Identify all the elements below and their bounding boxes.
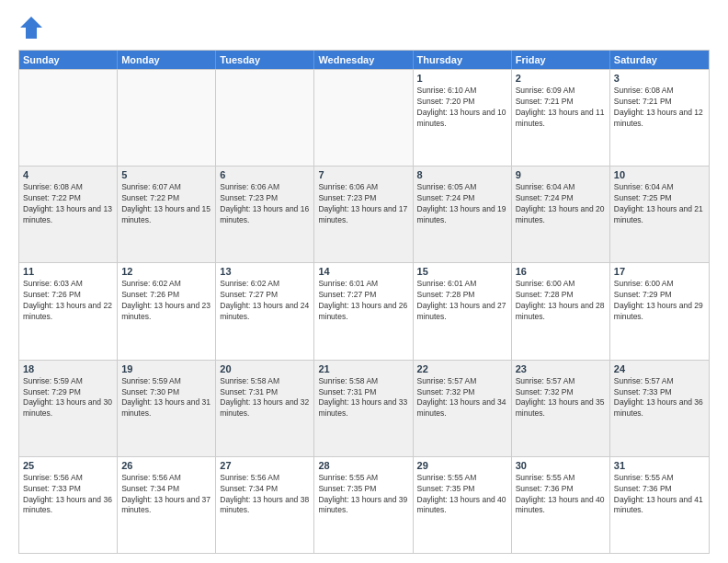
cal-cell: 28Sunrise: 5:55 AMSunset: 7:35 PMDayligh… [314,457,413,553]
cell-text: Sunrise: 5:59 AMSunset: 7:29 PMDaylight:… [23,376,113,420]
header [18,15,710,40]
day-number: 17 [614,266,705,277]
cell-text: Sunrise: 5:55 AMSunset: 7:35 PMDaylight:… [417,473,507,517]
day-number: 18 [23,363,113,374]
cal-cell: 13Sunrise: 6:02 AMSunset: 7:27 PMDayligh… [216,263,314,359]
logo [18,15,48,40]
cal-row-0: 1Sunrise: 6:10 AMSunset: 7:20 PMDaylight… [19,69,709,166]
cell-text: Sunrise: 6:02 AMSunset: 7:26 PMDaylight:… [121,279,211,323]
cal-cell: 18Sunrise: 5:59 AMSunset: 7:29 PMDayligh… [19,361,118,456]
day-number: 25 [23,460,113,471]
day-number: 3 [614,73,705,84]
cal-cell: 23Sunrise: 5:57 AMSunset: 7:32 PMDayligh… [512,361,610,456]
day-number: 6 [220,169,310,180]
cell-text: Sunrise: 6:05 AMSunset: 7:24 PMDaylight:… [417,182,507,226]
day-number: 7 [318,169,408,180]
cell-text: Sunrise: 5:57 AMSunset: 7:32 PMDaylight:… [516,376,606,420]
cell-text: Sunrise: 6:04 AMSunset: 7:25 PMDaylight:… [614,182,705,226]
day-number: 16 [516,266,606,277]
day-number: 4 [23,169,113,180]
day-number: 22 [417,363,507,374]
cal-cell: 25Sunrise: 5:56 AMSunset: 7:33 PMDayligh… [19,457,118,553]
cell-text: Sunrise: 5:56 AMSunset: 7:33 PMDaylight:… [23,473,113,517]
cell-text: Sunrise: 5:55 AMSunset: 7:36 PMDaylight:… [614,473,705,517]
cal-cell: 5Sunrise: 6:07 AMSunset: 7:22 PMDaylight… [118,167,216,262]
calendar: SundayMondayTuesdayWednesdayThursdayFrid… [18,50,710,554]
cell-text: Sunrise: 5:56 AMSunset: 7:34 PMDaylight:… [220,473,310,517]
calendar-header: SundayMondayTuesdayWednesdayThursdayFrid… [19,51,709,69]
day-number: 12 [121,266,211,277]
cell-text: Sunrise: 6:08 AMSunset: 7:21 PMDaylight:… [614,86,705,130]
cal-header-day-tuesday: Tuesday [216,51,314,69]
cal-cell: 22Sunrise: 5:57 AMSunset: 7:32 PMDayligh… [414,361,512,456]
cal-cell: 1Sunrise: 6:10 AMSunset: 7:20 PMDaylight… [414,70,512,166]
cal-cell: 31Sunrise: 5:55 AMSunset: 7:36 PMDayligh… [610,457,709,553]
day-number: 19 [121,363,211,374]
cell-text: Sunrise: 5:55 AMSunset: 7:35 PMDaylight:… [318,473,408,517]
day-number: 2 [516,73,606,84]
cal-cell: 9Sunrise: 6:04 AMSunset: 7:24 PMDaylight… [512,167,610,262]
cell-text: Sunrise: 6:08 AMSunset: 7:22 PMDaylight:… [23,182,113,226]
cal-cell: 7Sunrise: 6:06 AMSunset: 7:23 PMDaylight… [314,167,413,262]
cal-cell: 10Sunrise: 6:04 AMSunset: 7:25 PMDayligh… [610,167,709,262]
cal-cell: 15Sunrise: 6:01 AMSunset: 7:28 PMDayligh… [414,263,512,359]
cal-row-2: 11Sunrise: 6:03 AMSunset: 7:26 PMDayligh… [19,262,709,359]
svg-marker-0 [20,17,42,39]
day-number: 23 [516,363,606,374]
cal-cell: 21Sunrise: 5:58 AMSunset: 7:31 PMDayligh… [314,361,413,456]
cell-text: Sunrise: 6:09 AMSunset: 7:21 PMDaylight:… [516,86,606,130]
cell-text: Sunrise: 6:00 AMSunset: 7:29 PMDaylight:… [614,279,705,323]
cal-cell: 12Sunrise: 6:02 AMSunset: 7:26 PMDayligh… [118,263,216,359]
cal-cell: 24Sunrise: 5:57 AMSunset: 7:33 PMDayligh… [610,361,709,456]
cell-text: Sunrise: 6:06 AMSunset: 7:23 PMDaylight:… [220,182,310,226]
cal-cell: 29Sunrise: 5:55 AMSunset: 7:35 PMDayligh… [414,457,512,553]
cal-cell: 6Sunrise: 6:06 AMSunset: 7:23 PMDaylight… [216,167,314,262]
cal-header-day-sunday: Sunday [19,51,118,69]
cell-text: Sunrise: 5:56 AMSunset: 7:34 PMDaylight:… [121,473,211,517]
cal-cell: 8Sunrise: 6:05 AMSunset: 7:24 PMDaylight… [414,167,512,262]
cal-cell: 14Sunrise: 6:01 AMSunset: 7:27 PMDayligh… [314,263,413,359]
cell-text: Sunrise: 6:03 AMSunset: 7:26 PMDaylight:… [23,279,113,323]
cell-text: Sunrise: 6:10 AMSunset: 7:20 PMDaylight:… [417,86,507,130]
cell-text: Sunrise: 6:07 AMSunset: 7:22 PMDaylight:… [121,182,211,226]
cal-cell: 19Sunrise: 5:59 AMSunset: 7:30 PMDayligh… [118,361,216,456]
cell-text: Sunrise: 6:00 AMSunset: 7:28 PMDaylight:… [516,279,606,323]
calendar-body: 1Sunrise: 6:10 AMSunset: 7:20 PMDaylight… [19,69,709,553]
cell-text: Sunrise: 5:58 AMSunset: 7:31 PMDaylight:… [318,376,408,420]
day-number: 13 [220,266,310,277]
cal-cell: 17Sunrise: 6:00 AMSunset: 7:29 PMDayligh… [610,263,709,359]
cal-cell: 3Sunrise: 6:08 AMSunset: 7:21 PMDaylight… [610,70,709,166]
cal-row-1: 4Sunrise: 6:08 AMSunset: 7:22 PMDaylight… [19,166,709,262]
cal-header-day-wednesday: Wednesday [314,51,413,69]
day-number: 21 [318,363,408,374]
day-number: 24 [614,363,705,374]
day-number: 10 [614,169,705,180]
cal-cell [314,70,413,166]
cal-cell: 27Sunrise: 5:56 AMSunset: 7:34 PMDayligh… [216,457,314,553]
day-number: 8 [417,169,507,180]
cal-cell [118,70,216,166]
cal-header-day-monday: Monday [118,51,216,69]
cal-cell: 30Sunrise: 5:55 AMSunset: 7:36 PMDayligh… [512,457,610,553]
cal-row-3: 18Sunrise: 5:59 AMSunset: 7:29 PMDayligh… [19,360,709,456]
day-number: 30 [516,460,606,471]
cal-header-day-saturday: Saturday [610,51,709,69]
day-number: 11 [23,266,113,277]
day-number: 5 [121,169,211,180]
cal-cell: 4Sunrise: 6:08 AMSunset: 7:22 PMDaylight… [19,167,118,262]
day-number: 27 [220,460,310,471]
cal-row-4: 25Sunrise: 5:56 AMSunset: 7:33 PMDayligh… [19,456,709,553]
cell-text: Sunrise: 6:04 AMSunset: 7:24 PMDaylight:… [516,182,606,226]
day-number: 29 [417,460,507,471]
day-number: 14 [318,266,408,277]
day-number: 1 [417,73,507,84]
cal-cell: 11Sunrise: 6:03 AMSunset: 7:26 PMDayligh… [19,263,118,359]
cell-text: Sunrise: 6:01 AMSunset: 7:28 PMDaylight:… [417,279,507,323]
logo-icon [18,15,44,40]
cal-cell: 26Sunrise: 5:56 AMSunset: 7:34 PMDayligh… [118,457,216,553]
day-number: 31 [614,460,705,471]
cal-cell: 20Sunrise: 5:58 AMSunset: 7:31 PMDayligh… [216,361,314,456]
cal-cell [19,70,118,166]
day-number: 15 [417,266,507,277]
cal-cell [216,70,314,166]
